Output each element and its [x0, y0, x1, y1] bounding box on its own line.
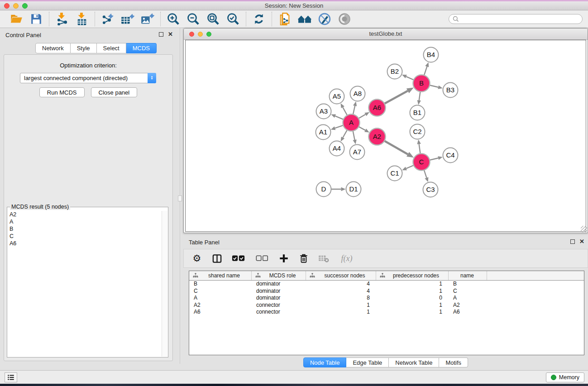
graph-node-label: A3 [320, 107, 328, 115]
table-cell: 1 [376, 309, 449, 316]
refresh-layout-icon[interactable] [252, 12, 266, 26]
optimization-criterion-dropdown[interactable]: largest connected component (directed) ▲… [20, 73, 156, 83]
mcds-result-item[interactable]: A [8, 218, 162, 225]
graph-edge-arrowhead [417, 100, 421, 105]
zoom-out-icon[interactable] [186, 12, 200, 26]
close-table-panel-icon[interactable]: ✕ [579, 239, 584, 244]
zoom-fit-icon[interactable] [206, 12, 220, 26]
graph-node-B3[interactable]: B3 [443, 83, 458, 98]
table-cell: dominator [252, 295, 306, 302]
select-all-icon[interactable] [231, 253, 246, 264]
mcds-result-box: MCDS result (5 nodes) A2ABCA6 [7, 207, 168, 357]
delete-icon[interactable] [298, 253, 310, 264]
column-header-name[interactable]: name [449, 271, 487, 280]
table-row[interactable]: Adominator80A [189, 295, 584, 302]
close-panel-icon[interactable]: ✕ [168, 32, 173, 37]
graph-node-A2[interactable]: A2 [369, 129, 386, 145]
mcds-result-item[interactable]: C [8, 233, 162, 240]
column-header-successor-nodes[interactable]: successor nodes [306, 271, 376, 280]
graph-node-C2[interactable]: C2 [410, 124, 425, 139]
graph-node-A6[interactable]: A6 [369, 100, 386, 116]
graph-node-C[interactable]: C [413, 154, 430, 171]
mcds-result-item[interactable]: A2 [8, 211, 162, 218]
graph-node-B2[interactable]: B2 [387, 64, 402, 79]
memory-button[interactable]: Memory [546, 372, 584, 382]
mcds-panel: Optimization criterion: largest connecte… [4, 54, 173, 361]
tab-network-table[interactable]: Network Table [389, 357, 439, 367]
table-row[interactable]: Bdominator41B [189, 281, 584, 288]
graph-node-A1[interactable]: A1 [316, 125, 331, 140]
mcds-result-item[interactable]: B [8, 225, 162, 233]
export-image-icon[interactable] [141, 12, 154, 26]
graph-node-D[interactable]: D [316, 182, 331, 197]
tab-mcds[interactable]: MCDS [126, 43, 157, 53]
graph-node-D1[interactable]: D1 [346, 182, 361, 197]
network-canvas[interactable]: B4B2BB3A8A5A6A3B1AC2A1A2A4A7C4CC1DD1C3 [185, 40, 586, 232]
column-header-predecessor-nodes[interactable]: predecessor nodes [376, 271, 449, 280]
add-column-icon[interactable] [278, 253, 290, 264]
graph-node-label: A5 [333, 92, 341, 100]
status-bar: Memory [0, 370, 588, 384]
tab-node-table[interactable]: Node Table [303, 357, 347, 367]
graph-node-C1[interactable]: C1 [387, 166, 402, 181]
graph-node-B[interactable]: B [413, 75, 430, 92]
deselect-all-icon[interactable] [254, 253, 270, 264]
window-resize-grip[interactable] [581, 226, 587, 232]
export-table-icon[interactable] [121, 12, 134, 26]
graph-node-label: A7 [353, 148, 361, 156]
float-table-panel-icon[interactable] [570, 239, 575, 244]
table-row[interactable]: A6connector11A6 [189, 309, 584, 316]
graph-node-A7[interactable]: A7 [350, 145, 365, 160]
zoom-in-icon[interactable] [167, 12, 180, 26]
graph-node-A3[interactable]: A3 [316, 104, 331, 119]
table-row[interactable]: Cdominator41C [189, 288, 584, 295]
graph-node-B4[interactable]: B4 [424, 48, 439, 62]
control-panel-tabs: Network Style Select MCDS [35, 43, 157, 53]
tab-style[interactable]: Style [71, 43, 97, 53]
table-cell: C [449, 288, 487, 295]
float-panel-icon[interactable] [159, 32, 163, 37]
graph-node-A[interactable]: A [343, 114, 360, 131]
search-field[interactable] [449, 14, 583, 24]
home-icon[interactable] [298, 12, 311, 26]
import-table-icon[interactable] [75, 12, 89, 26]
mcds-result-item[interactable]: A6 [8, 240, 162, 247]
graph-node-A8[interactable]: A8 [350, 86, 365, 101]
annotation-mode-icon[interactable] [318, 12, 331, 26]
graph-node-label: A [349, 119, 354, 126]
column-layout-icon[interactable] [211, 253, 223, 264]
open-file-icon[interactable] [10, 12, 23, 26]
graph-node-A4[interactable]: A4 [330, 141, 344, 156]
hierarchy-icon [310, 273, 315, 278]
export-network-icon[interactable] [101, 12, 115, 26]
search-input[interactable] [461, 16, 578, 22]
optimization-criterion-label: Optimization criterion: [4, 62, 172, 69]
new-network-icon[interactable] [278, 12, 292, 26]
run-mcds-button[interactable]: Run MCDS [39, 87, 85, 97]
graph-edge-arrowhead [353, 101, 357, 106]
table-row[interactable]: A2connector11A2 [189, 302, 584, 309]
table-cell: A2 [189, 302, 252, 309]
graph-edge-arrowhead [341, 187, 346, 191]
function-builder-icon[interactable]: f(x) [338, 253, 356, 264]
task-history-button[interactable] [5, 372, 17, 382]
divider-grip[interactable] [178, 195, 182, 201]
tab-network[interactable]: Network [35, 43, 71, 53]
show-graphics-icon[interactable] [338, 12, 351, 26]
save-session-icon[interactable] [29, 12, 43, 26]
graph-node-C4[interactable]: C4 [443, 148, 458, 163]
import-network-icon[interactable] [55, 12, 69, 26]
tab-edge-table[interactable]: Edge Table [346, 357, 389, 367]
clear-table-icon[interactable] [318, 253, 330, 264]
close-panel-button[interactable]: Close panel [91, 87, 138, 97]
column-header-mcds-role[interactable]: MCDS role [252, 271, 306, 280]
zoom-selected-icon[interactable] [226, 12, 240, 26]
graph-node-A5[interactable]: A5 [330, 89, 344, 104]
settings-gear-icon[interactable]: ⚙ [191, 253, 203, 264]
graph-node-C3[interactable]: C3 [423, 182, 438, 197]
mcds-list-scrollbar[interactable] [162, 211, 167, 357]
tab-motifs[interactable]: Motifs [439, 357, 468, 367]
tab-select[interactable]: Select [97, 43, 126, 53]
graph-node-B1[interactable]: B1 [410, 105, 425, 120]
column-header-shared-name[interactable]: shared name [189, 271, 252, 280]
